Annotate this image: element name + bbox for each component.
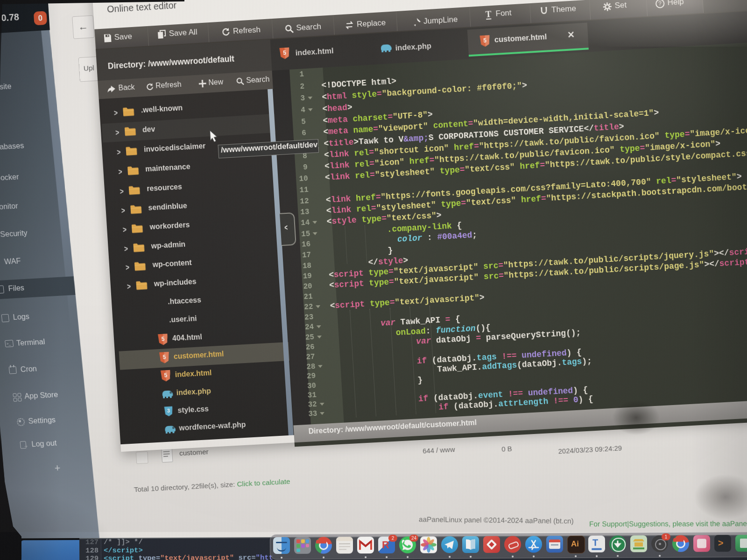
svg-text:?: ? — [658, 0, 662, 7]
